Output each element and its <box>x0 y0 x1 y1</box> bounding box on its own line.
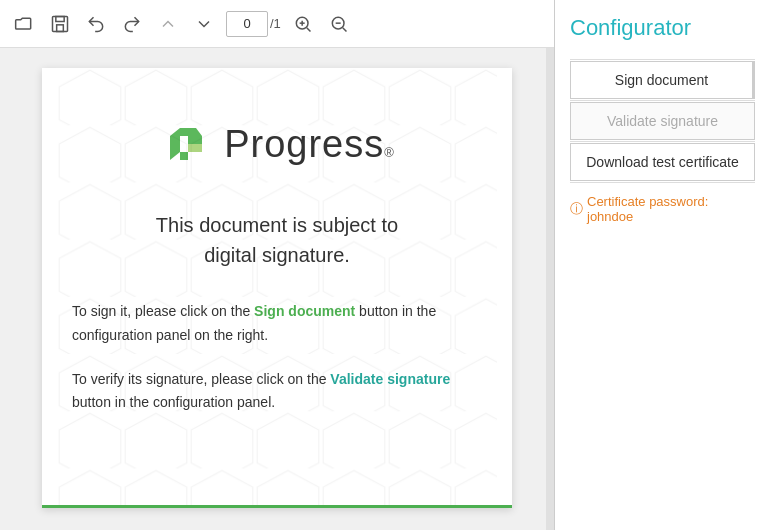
zoom-in-icon[interactable] <box>289 10 317 38</box>
pdf-viewer: 0 /1 <box>0 0 555 530</box>
scroll-up-icon[interactable] <box>154 10 182 38</box>
info-icon: ⓘ <box>570 200 583 218</box>
pdf-content-area: Progress® This document is subject to di… <box>0 48 554 530</box>
scroll-track[interactable] <box>546 48 554 530</box>
svg-line-9 <box>343 27 347 31</box>
zoom-out-icon[interactable] <box>325 10 353 38</box>
logo-text: Progress <box>224 123 384 166</box>
separator-lower <box>570 141 755 142</box>
svg-rect-1 <box>56 16 64 21</box>
pdf-toolbar: 0 /1 <box>0 0 554 48</box>
svg-line-6 <box>307 27 311 31</box>
page-total-label: /1 <box>270 16 281 31</box>
scroll-down-icon[interactable] <box>190 10 218 38</box>
page-navigation: 0 /1 <box>226 11 281 37</box>
svg-marker-13 <box>180 152 188 160</box>
certificate-password-info: ⓘ Certificate password: johndoe <box>570 194 755 224</box>
download-certificate-button[interactable]: Download test certificate <box>570 143 755 181</box>
svg-marker-14 <box>188 144 202 152</box>
progress-logo-icon <box>160 118 212 170</box>
separator-top <box>570 59 755 60</box>
pdf-page: Progress® This document is subject to di… <box>42 68 512 508</box>
separator-bottom <box>570 182 755 183</box>
progress-logo: Progress® <box>160 118 394 170</box>
doc-body-validate: To verify its signature, please click on… <box>72 368 482 416</box>
redo-icon[interactable] <box>118 10 146 38</box>
save-icon[interactable] <box>46 10 74 38</box>
cert-password-text: Certificate password: johndoe <box>587 194 755 224</box>
configurator-title: Configurator <box>570 15 755 41</box>
svg-rect-2 <box>57 24 64 31</box>
progress-logo-wordmark: Progress® <box>224 123 394 166</box>
sign-doc-highlight: Sign document <box>254 303 355 319</box>
sign-document-button[interactable]: Sign document <box>570 61 755 99</box>
doc-body-sign: To sign it, please click on the Sign doc… <box>72 300 482 348</box>
open-folder-icon[interactable] <box>10 10 38 38</box>
configurator-panel: Configurator Sign document Validate sign… <box>555 0 770 530</box>
undo-icon[interactable] <box>82 10 110 38</box>
logo-trademark: ® <box>384 145 394 160</box>
validate-sig-highlight: Validate signature <box>330 371 450 387</box>
separator-mid <box>570 100 755 101</box>
svg-rect-0 <box>53 16 68 31</box>
page-number-input[interactable]: 0 <box>226 11 268 37</box>
page-bottom-bar <box>42 505 512 508</box>
document-title: This document is subject to digital sign… <box>156 210 398 270</box>
validate-signature-button[interactable]: Validate signature <box>570 102 755 140</box>
